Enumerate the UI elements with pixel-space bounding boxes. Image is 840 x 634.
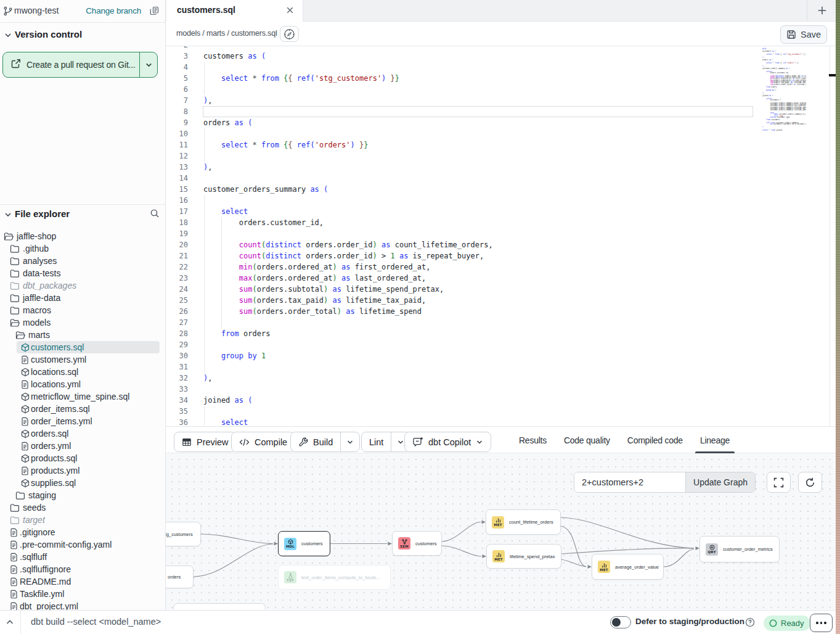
code-line-12[interactable]: 12 <box>166 150 836 162</box>
code-line-13[interactable]: 13), <box>166 162 836 173</box>
code-line-11[interactable]: 11 select * from {{ ref('orders') }} <box>166 139 836 150</box>
code-line-31[interactable]: 31 <box>166 361 836 373</box>
tree-item-dbt-packages[interactable]: dbt_packages <box>0 279 165 292</box>
tree-item-taskfile-yml[interactable]: Taskfile.yml <box>0 588 165 600</box>
lineage-node-average_order_value[interactable]: METaverage_order_value <box>592 554 664 580</box>
save-button[interactable]: Save <box>780 25 827 44</box>
tree-item-dbt-project-yml[interactable]: dbt_project.yml <box>0 600 165 610</box>
code-line-29[interactable]: 29 <box>166 339 836 350</box>
code-line-9[interactable]: 9orders as ( <box>166 117 836 128</box>
command-input[interactable]: dbt build --select <model_name> <box>31 617 161 627</box>
tree-item-seeds[interactable]: seeds <box>0 501 165 514</box>
minimap[interactable]: withcustomers as ( select * from {{ ref(… <box>762 47 806 177</box>
tree-item-supplies-sql[interactable]: supplies.sql <box>0 477 165 489</box>
tree-item--sqlfluffignore[interactable]: .sqlfluffignore <box>0 563 165 575</box>
code-line-3[interactable]: 3customers as ( <box>166 51 836 62</box>
code-line-32[interactable]: 32), <box>166 373 836 384</box>
tree-item-analyses[interactable]: analyses <box>0 255 165 267</box>
code-line-5[interactable]: 5 select * from {{ ref('stg_customers') … <box>166 73 836 84</box>
tree-item-jaffle-shop[interactable]: jaffle-shop <box>0 230 165 242</box>
tree-item-orders-sql[interactable]: orders.sql <box>0 427 165 440</box>
copilot-action[interactable]: dbt Copilot <box>405 432 491 451</box>
editor-scrollbar[interactable] <box>830 46 836 426</box>
tree-item-order-items-sql[interactable]: order_items.sql <box>0 403 165 415</box>
tree-item-locations-yml[interactable]: locations.yml <box>0 378 165 390</box>
code-line-6[interactable]: 6 <box>166 84 836 95</box>
tree-item-marts[interactable]: marts <box>0 329 165 341</box>
code-line-23[interactable]: 23 max(orders.ordered_at) as last_ordere… <box>166 273 836 284</box>
tree-item-models[interactable]: models <box>0 316 165 329</box>
tree-item--gitignore[interactable]: .gitignore <box>0 526 165 538</box>
tree-item--github[interactable]: .github <box>0 242 165 255</box>
help-icon[interactable] <box>745 617 755 630</box>
code-line-24[interactable]: 24 sum(orders.subtotal) as lifetime_spen… <box>166 284 836 295</box>
tree-item-customers-yml[interactable]: customers.yml <box>0 353 165 366</box>
code-line-36[interactable]: 36 select <box>166 417 836 426</box>
tree-item-target[interactable]: target <box>0 514 165 526</box>
fullscreen-button[interactable] <box>767 472 791 493</box>
preview-action[interactable]: Preview <box>174 432 236 451</box>
tree-item-staging[interactable]: staging <box>0 489 165 501</box>
expand-panel-icon[interactable] <box>5 618 15 629</box>
create-pr-main[interactable]: Create a pull request on Git... <box>3 52 139 77</box>
code-line-26[interactable]: 26 sum(orders.order_total) as lifetime_s… <box>166 306 836 317</box>
code-line-28[interactable]: 28 from orders <box>166 328 836 339</box>
tree-item-orders-yml[interactable]: orders.yml <box>0 440 165 452</box>
lineage-node-customers-semantic[interactable]: SEMcustomers <box>392 531 442 556</box>
new-tab-button[interactable] <box>817 5 828 19</box>
code-line-16[interactable]: 16 <box>166 195 836 206</box>
code-line-18[interactable]: 18 orders.customer_id, <box>166 217 836 228</box>
change-branch-link[interactable]: Change branch <box>86 6 141 15</box>
graph-selector-input[interactable] <box>574 472 685 492</box>
build-dropdown[interactable] <box>341 432 359 451</box>
lineage-node-test-node[interactable]: TSTtest_order_items_compute_to_bools... <box>278 565 391 590</box>
tab-customers-sql[interactable]: customers.sql <box>166 0 303 22</box>
lint-action[interactable]: Lint <box>362 432 391 451</box>
lineage-node-lifetime_spend_pretax[interactable]: METlifetime_spend_pretax <box>486 544 561 569</box>
tree-item-locations-sql[interactable]: locations.sql <box>0 366 165 378</box>
compile-action[interactable]: Compile <box>232 432 295 451</box>
tree-item-data-tests[interactable]: data-tests <box>0 267 165 279</box>
search-icon[interactable] <box>150 208 160 221</box>
code-line-25[interactable]: 25 sum(orders.tax_paid) as lifetime_tax_… <box>166 295 836 306</box>
code-line-20[interactable]: 20 count(distinct orders.order_id) as co… <box>166 239 836 250</box>
code-line-22[interactable]: 22 min(orders.ordered_at) as first_order… <box>166 261 836 273</box>
code-line-34[interactable]: 34joined as ( <box>166 395 836 406</box>
lineage-node-customer_order_metrics[interactable]: QRYcustomer_order_metrics <box>699 536 780 562</box>
code-line-8[interactable]: 8 <box>166 106 836 117</box>
code-editor[interactable]: 23customers as (45 select * from {{ ref(… <box>166 46 836 426</box>
code-line-17[interactable]: 17 select <box>166 206 836 217</box>
close-icon[interactable] <box>285 6 295 17</box>
code-line-4[interactable]: 4 <box>166 62 836 73</box>
lineage-node-stg_customers[interactable]: MDLstg_customers <box>166 522 201 546</box>
code-line-30[interactable]: 30 group by 1 <box>166 350 836 361</box>
tree-item-order-items-yml[interactable]: order_items.yml <box>0 415 165 427</box>
code-line-21[interactable]: 21 count(distinct orders.order_id) > 1 a… <box>166 250 836 261</box>
code-line-33[interactable]: 33 <box>166 384 836 395</box>
code-line-2[interactable]: 2 <box>166 46 836 51</box>
more-options-button[interactable] <box>810 614 833 632</box>
tree-item-metricflow-time-spine-sql[interactable]: metricflow_time_spine.sql <box>0 390 165 403</box>
code-line-19[interactable]: 19 <box>166 228 836 239</box>
file-explorer-header[interactable]: File explorer <box>0 204 165 221</box>
tree-item-products-yml[interactable]: products.yml <box>0 464 165 477</box>
code-line-27[interactable]: 27 <box>166 317 836 328</box>
defer-toggle[interactable] <box>610 616 631 628</box>
tab-lineage[interactable]: Lineage <box>691 427 738 453</box>
docs-compass-button[interactable] <box>280 26 299 42</box>
tree-item--pre-commit-config-yaml[interactable]: .pre-commit-config.yaml <box>0 538 165 551</box>
create-pr-caret[interactable] <box>139 52 157 77</box>
lineage-node-customers-model[interactable]: MDLcustomers <box>278 531 330 556</box>
lineage-node-partial-node[interactable] <box>173 603 266 609</box>
code-line-14[interactable]: 14 <box>166 173 836 184</box>
lineage-node-orders[interactable]: MDLorders <box>166 566 194 588</box>
lineage-node-count_lifetime_orders[interactable]: METcount_lifetime_orders <box>486 509 561 535</box>
tab-code-quality[interactable]: Code quality <box>555 427 619 453</box>
code-line-35[interactable]: 35 <box>166 406 836 417</box>
ready-status-badge[interactable]: Ready <box>764 615 810 631</box>
code-line-15[interactable]: 15customer_orders_summary as ( <box>166 184 836 195</box>
tab-results[interactable]: Results <box>510 427 555 453</box>
update-graph-button[interactable]: Update Graph <box>685 472 755 492</box>
code-line-10[interactable]: 10 <box>166 128 836 139</box>
code-line-7[interactable]: 7), <box>166 95 836 106</box>
